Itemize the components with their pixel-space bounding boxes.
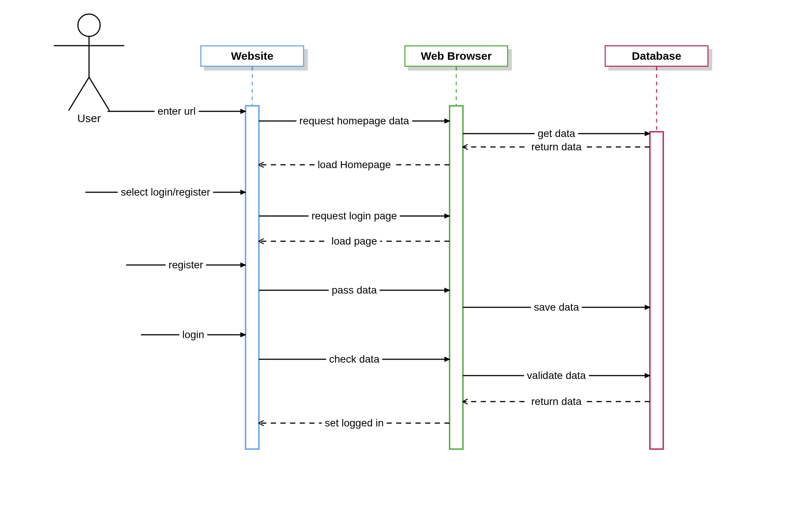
message-label: set logged in <box>322 417 387 429</box>
lifeline-box-website: Website <box>200 45 304 67</box>
sequence-diagram: User WebsiteWeb BrowserDatabaseenter url… <box>0 0 812 517</box>
message-label: save data <box>531 301 582 313</box>
message-label: load Homepage <box>315 159 394 171</box>
message-label: load page <box>328 235 380 247</box>
svg-rect-6 <box>246 106 259 449</box>
message-label: enter url <box>155 105 199 117</box>
message-label: check data <box>326 353 382 365</box>
message-label: login <box>179 329 207 341</box>
lifeline-box-browser: Web Browser <box>404 45 508 67</box>
lifeline-box-database: Database <box>605 45 709 67</box>
message-label: select login/register <box>118 186 213 198</box>
message-label: return data <box>528 141 584 153</box>
svg-rect-8 <box>450 106 463 449</box>
message-label: pass data <box>329 284 379 296</box>
svg-rect-10 <box>650 132 663 449</box>
message-label: get data <box>535 128 578 140</box>
message-label: return data <box>528 396 584 408</box>
actor-label: User <box>67 112 111 125</box>
message-label: request homepage data <box>296 115 412 127</box>
diagram-canvas <box>0 0 812 517</box>
message-label: validate data <box>524 370 589 382</box>
lifeline-label: Web Browser <box>421 50 492 62</box>
message-label: request login page <box>309 210 400 222</box>
message-label: register <box>165 259 206 271</box>
lifeline-label: Website <box>231 50 273 62</box>
lifeline-label: Database <box>632 50 681 62</box>
